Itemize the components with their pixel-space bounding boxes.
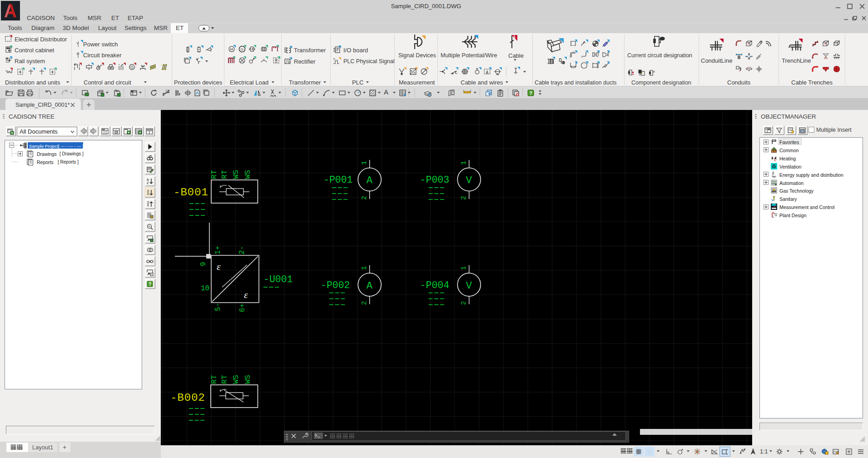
svg-text:G: G bbox=[241, 47, 243, 51]
svg-text:Z: Z bbox=[147, 181, 149, 184]
svg-text:-B001: -B001 bbox=[174, 186, 208, 199]
svg-text:2: 2 bbox=[460, 196, 468, 200]
svg-text:ε: ε bbox=[244, 289, 248, 300]
svg-text:?: ? bbox=[529, 90, 532, 96]
svg-text:RT: RT bbox=[210, 170, 218, 179]
svg-text:-U001: -U001 bbox=[263, 274, 293, 285]
svg-text:T: T bbox=[641, 71, 643, 74]
svg-text:1: 1 bbox=[460, 161, 468, 165]
svg-text:ε: ε bbox=[217, 261, 221, 272]
svg-text:RT: RT bbox=[220, 375, 229, 384]
svg-text:2: 2 bbox=[460, 301, 468, 305]
svg-text:1: 1 bbox=[460, 266, 468, 270]
svg-text:-P001: -P001 bbox=[323, 174, 353, 185]
svg-text:WS: WS bbox=[243, 375, 252, 384]
svg-text:5-: 5- bbox=[214, 303, 222, 311]
svg-text:-P004: -P004 bbox=[420, 280, 450, 291]
svg-text:6+: 6+ bbox=[238, 304, 247, 312]
svg-text:-P002: -P002 bbox=[321, 280, 350, 291]
svg-text:V: V bbox=[466, 280, 472, 292]
svg-text:10: 10 bbox=[201, 284, 209, 293]
svg-text:2: 2 bbox=[361, 196, 368, 200]
svg-text:V: V bbox=[466, 175, 472, 186]
svg-text:2-: 2- bbox=[238, 246, 246, 254]
svg-text:P: P bbox=[333, 58, 335, 60]
svg-text:FU: FU bbox=[74, 63, 77, 66]
svg-text:9: 9 bbox=[199, 262, 208, 266]
svg-text:WS: WS bbox=[232, 375, 240, 384]
svg-text:1: 1 bbox=[361, 266, 368, 270]
svg-text:P: P bbox=[414, 72, 416, 75]
svg-text:A: A bbox=[367, 175, 373, 186]
svg-text:WS: WS bbox=[232, 170, 240, 179]
svg-text:1: 1 bbox=[361, 161, 368, 165]
svg-text:-P003: -P003 bbox=[420, 174, 450, 185]
svg-text:A: A bbox=[147, 178, 149, 181]
svg-text:?: ? bbox=[149, 282, 151, 287]
svg-text:-B002: -B002 bbox=[170, 392, 205, 404]
svg-text:WS: WS bbox=[243, 170, 252, 179]
svg-text:M: M bbox=[230, 47, 233, 51]
svg-text:RT: RT bbox=[210, 375, 218, 384]
svg-text:A: A bbox=[367, 280, 373, 292]
svg-text:1+: 1+ bbox=[214, 246, 222, 254]
svg-text:RT: RT bbox=[220, 170, 229, 179]
svg-text:2: 2 bbox=[361, 301, 368, 305]
svg-text:#: # bbox=[411, 70, 412, 72]
